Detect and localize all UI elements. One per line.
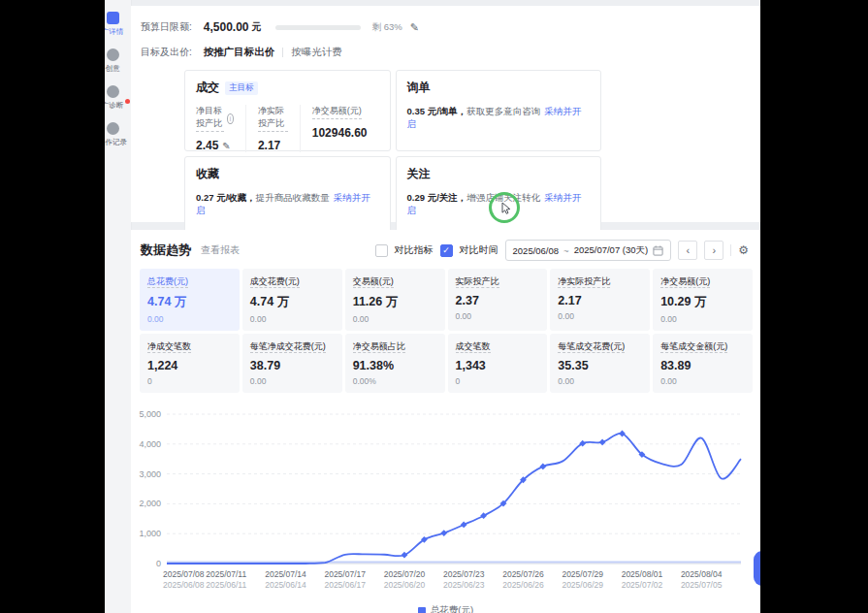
sidebar-item-icon [107, 12, 119, 24]
metric-label: 净交易额(元) [660, 275, 745, 288]
suggestion-price: 0.29 元/关注， [407, 192, 467, 203]
gear-icon[interactable]: ⚙ [738, 243, 749, 257]
metric-compare-value: 0.00 [147, 314, 232, 324]
metric-card[interactable]: 净成交笔数 1,224 0 [140, 334, 240, 393]
date-start: 2025/06/08 [513, 245, 560, 256]
goal-metric: 净交易额(元) 102946.60 [300, 105, 379, 152]
goal-card-deal: 成交 主目标 净目标投产比i 2.45✎ 净实际投产比 2.17 [184, 70, 391, 151]
goal-metric: 净实际投产比 2.17 [245, 105, 300, 152]
view-report-link[interactable]: 查看报表 [201, 243, 240, 257]
metric-compare-value: 0.00 [456, 311, 540, 321]
metric-label: 总花费(元) [147, 275, 232, 288]
svg-text:2025/07/08: 2025/07/08 [163, 569, 205, 579]
trend-title: 数据趋势 [141, 242, 191, 259]
tab-bid-by-impression[interactable]: 按曝光计费 [291, 46, 342, 59]
svg-text:2025/06/23: 2025/06/23 [443, 580, 485, 590]
calendar-icon [653, 245, 663, 256]
metric-card[interactable]: 每笔净成交花费(元) 38.79 0.00 [242, 334, 342, 393]
edit-budget-icon[interactable]: ✎ [410, 21, 419, 34]
metric-card[interactable]: 每笔成交金额(元) 83.89 0.00 [653, 334, 753, 393]
date-range-picker[interactable]: 2025/06/08 ~ 2025/07/07 (30天) [505, 240, 672, 261]
goal-card-title: 询单 [407, 80, 431, 96]
tab-bid-by-goal[interactable]: 按推广目标出价 [204, 46, 275, 59]
metric-card[interactable]: 净交易额占比 91.38% 0.00% [345, 334, 445, 393]
trend-line-chart: 01,0002,0003,0004,0005,0002025/07/082025… [138, 404, 755, 600]
svg-text:2025/06/20: 2025/06/20 [384, 580, 426, 590]
info-icon[interactable]: i [227, 113, 234, 124]
sidebar-item-label: 广诊断 [105, 101, 123, 111]
goal-bid-row: 目标及出价: 按推广目标出价 按曝光计费 [141, 45, 760, 60]
svg-text:2025/08/01: 2025/08/01 [622, 569, 663, 579]
mouse-cursor-icon [501, 202, 512, 215]
budget-unit: 元 [252, 20, 262, 34]
metric-card[interactable]: 实际投产比 2.37 0.00 [448, 269, 548, 331]
trend-header: 数据趋势 查看报表 对比指标 ✓ 对比时间 2025/06/08 ~ 2025/… [131, 230, 760, 261]
svg-text:2025/06/29: 2025/06/29 [562, 580, 603, 590]
svg-text:2025/07/02: 2025/07/02 [622, 580, 663, 590]
goal-card-inquiry: 询单 0.35 元/询单，获取更多意向咨询采纳并开启 [396, 70, 602, 151]
goal-metric-value: 2.17 [258, 139, 280, 152]
svg-text:2025/06/11: 2025/06/11 [206, 580, 246, 590]
metric-card[interactable]: 交易额(元) 11.26 万 0.00 [345, 269, 445, 331]
metric-card[interactable]: 成交笔数 1,343 0 [448, 334, 548, 393]
svg-text:2025/06/08: 2025/06/08 [163, 580, 205, 590]
prev-period-button[interactable]: ‹ [678, 241, 697, 260]
sidebar-item[interactable]: 广诊断 [105, 85, 132, 111]
sidebar-item-icon [107, 122, 119, 135]
svg-text:5,000: 5,000 [139, 409, 161, 419]
budget-value: 4,500.00 [204, 20, 249, 34]
metric-compare-value: 0.00 [660, 314, 745, 324]
sidebar-item-icon [107, 48, 119, 61]
metric-card[interactable]: 每笔成交花费(元) 35.35 0.00 [550, 334, 650, 393]
metric-value: 91.38% [353, 359, 437, 372]
budget-remaining: 剩 63% [372, 21, 402, 34]
metric-value: 4.74 万 [147, 294, 232, 310]
goal-metric-value: 2.45 [196, 139, 218, 152]
sidebar-item[interactable]: 创意 [105, 48, 132, 74]
daily-budget-row: 预算日限额: 4,500.00 元 剩 63% ✎ [141, 19, 760, 35]
suggestion-price: 0.27 元/收藏， [196, 192, 256, 203]
svg-text:2025/07/20: 2025/07/20 [384, 569, 426, 579]
sidebar-item-label: 创意 [106, 64, 120, 74]
metric-label: 每笔成交花费(元) [558, 340, 642, 353]
metric-compare-value: 0.00% [353, 376, 437, 386]
screenshot-stage: 广详情 创意 广诊断 操作记录 [0, 0, 868, 613]
next-period-button[interactable]: › [704, 241, 723, 260]
metric-label: 交易额(元) [353, 275, 437, 288]
tab-divider [282, 48, 283, 57]
floating-side-tab[interactable] [754, 551, 760, 586]
edit-roi-icon[interactable]: ✎ [222, 141, 230, 151]
metric-compare-value: 0 [147, 376, 232, 386]
chart-legend: 总花费(元) [131, 604, 760, 613]
metric-compare-value: 0.00 [558, 311, 642, 321]
date-separator: ~ [563, 245, 569, 256]
metric-card[interactable]: 总花费(元) 4.74 万 0.00 [140, 269, 240, 331]
metric-cards-grid: 总花费(元) 4.74 万 0.00 成交花费(元) 4.74 万 0.00 交… [140, 269, 753, 393]
metric-card[interactable]: 净交易额(元) 10.29 万 0.00 [653, 269, 753, 331]
compare-time-checkbox[interactable]: ✓ [440, 244, 453, 257]
sidebar-item-label: 广详情 [105, 27, 123, 37]
goal-metric-label: 净交易额(元) [312, 105, 362, 119]
goal-cards-grid: 成交 主目标 净目标投产比i 2.45✎ 净实际投产比 2.17 [184, 70, 601, 238]
compare-metric-label: 对比指标 [395, 243, 434, 257]
goal-card-title: 收藏 [196, 166, 219, 182]
metric-compare-value: 0.00 [353, 314, 437, 324]
goal-card-favorite: 收藏 0.27 元/收藏，提升商品收藏数量采纳并开启 [184, 156, 391, 238]
budget-label: 预算日限额: [141, 20, 192, 34]
metric-label: 成交花费(元) [250, 275, 335, 288]
svg-text:4,000: 4,000 [139, 439, 161, 449]
compare-time-label: 对比时间 [460, 243, 498, 257]
trend-chart-wrap: 01,0002,0003,0004,0005,0002025/07/082025… [138, 404, 760, 604]
suggestion-desc: 提升商品收藏数量 [256, 192, 330, 203]
compare-metric-checkbox[interactable] [375, 244, 388, 257]
goal-card-title: 关注 [407, 166, 431, 182]
svg-text:2,000: 2,000 [139, 499, 161, 508]
header-divider [730, 244, 731, 256]
metric-value: 35.35 [558, 359, 642, 372]
sidebar-item[interactable]: 操作记录 [105, 122, 132, 147]
sidebar-item[interactable]: 广详情 [105, 12, 132, 37]
svg-text:2025/08/04: 2025/08/04 [681, 569, 723, 579]
app-frame: 广详情 创意 广诊断 操作记录 [105, 0, 760, 613]
metric-card[interactable]: 净实际投产比 2.17 0.00 [550, 269, 650, 331]
metric-card[interactable]: 成交花费(元) 4.74 万 0.00 [242, 269, 342, 331]
